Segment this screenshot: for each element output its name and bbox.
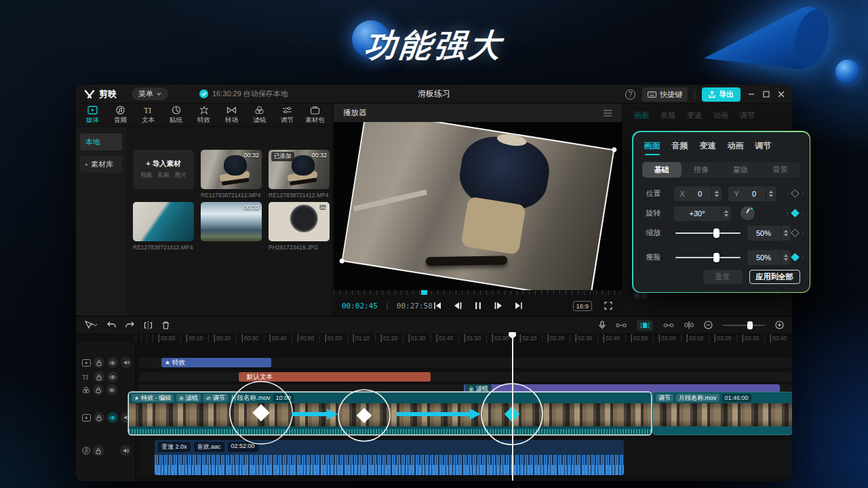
position-y-input[interactable]: Y 0 xyxy=(728,186,776,201)
shortcuts-button[interactable]: 快捷键 xyxy=(642,87,688,102)
aspect-ratio-button[interactable]: 16:9 xyxy=(573,301,593,311)
text-clip[interactable]: 默认文本 xyxy=(239,372,431,382)
apply-all-button[interactable]: 应用到全部 xyxy=(749,270,800,284)
tab-picture[interactable]: 画面 xyxy=(644,140,660,152)
menu-button[interactable]: 菜单 xyxy=(132,87,168,100)
stepper[interactable] xyxy=(711,186,722,201)
media-thumbnail[interactable]: 00:32 xyxy=(201,202,262,241)
lock-button[interactable] xyxy=(93,384,104,395)
minimize-button[interactable] xyxy=(747,90,755,98)
tab-speed[interactable]: 变速 xyxy=(700,140,716,152)
filter-badge[interactable]: 滤镜 xyxy=(176,394,201,402)
keyframe-next-icon[interactable]: › xyxy=(802,190,804,197)
keyframe-next-icon[interactable]: › xyxy=(802,209,804,217)
keyframe-toggle[interactable] xyxy=(791,253,800,262)
keyframe-prev-icon[interactable]: ‹ xyxy=(787,190,789,197)
close-button[interactable] xyxy=(777,90,785,98)
tab-adjust[interactable]: 调节 xyxy=(273,106,301,125)
audio-clip[interactable]: 变速 2.0x 音效.aac 02:52:00 xyxy=(155,440,624,475)
mute-button[interactable] xyxy=(121,357,132,368)
maximize-button[interactable] xyxy=(762,90,770,98)
keyframe-prev-icon[interactable]: ‹ xyxy=(787,209,789,217)
tab-filters[interactable]: 滤镜 xyxy=(245,106,273,125)
keyframe-toggle[interactable] xyxy=(791,209,800,218)
subtab-cutout[interactable]: 抠像 xyxy=(682,165,721,175)
player-menu-icon[interactable] xyxy=(603,110,612,117)
export-button[interactable]: 导出 xyxy=(702,87,741,102)
subtab-background[interactable]: 背景 xyxy=(760,165,800,175)
tab-adjust[interactable]: 调节 xyxy=(740,110,755,121)
visibility-button-active[interactable] xyxy=(107,412,118,423)
adjust-badge[interactable]: 调节 xyxy=(203,394,228,402)
lock-button[interactable] xyxy=(94,371,104,382)
tab-media[interactable]: 媒体 xyxy=(79,106,106,125)
slim-face-slider[interactable] xyxy=(675,257,741,258)
keyframe-prev-icon[interactable]: ‹ xyxy=(787,253,789,261)
skip-end-button[interactable] xyxy=(515,302,523,310)
tab-audio[interactable]: 音频 xyxy=(106,106,134,125)
keyframe-next-icon[interactable]: › xyxy=(802,229,804,237)
lock-button[interactable] xyxy=(94,412,104,423)
pause-button[interactable] xyxy=(475,302,481,310)
tab-animation[interactable]: 动画 xyxy=(728,140,744,152)
effect-badge[interactable]: 特效 - 编辑 xyxy=(132,394,174,402)
tab-transitions[interactable]: 转场 xyxy=(218,106,245,125)
scale-slider[interactable] xyxy=(675,232,741,234)
keyframe-prev-icon[interactable]: ‹ xyxy=(787,229,789,237)
select-tool-button[interactable] xyxy=(84,321,98,329)
effect-clip[interactable]: 特效 xyxy=(161,358,271,367)
video-clip-main[interactable]: 特效 - 编辑 滤镜 调节 片段名称.mov 10:00 xyxy=(129,392,651,434)
help-icon[interactable]: ? xyxy=(625,89,635,100)
tab-speed[interactable]: 变速 xyxy=(687,110,702,121)
position-x-input[interactable]: X 0 xyxy=(674,186,722,201)
keyframe-toggle[interactable] xyxy=(791,189,800,198)
tab-sticker[interactable]: 贴纸 xyxy=(162,106,190,125)
record-voiceover-button[interactable] xyxy=(599,321,606,329)
stepper[interactable] xyxy=(766,186,776,201)
redo-button[interactable] xyxy=(125,321,134,329)
skip-start-button[interactable] xyxy=(433,302,441,310)
media-thumbnail[interactable] xyxy=(269,202,330,241)
fullscreen-button[interactable] xyxy=(604,302,612,310)
player-seek-cursor[interactable] xyxy=(421,290,427,295)
keyframe-toggle[interactable] xyxy=(791,228,800,237)
selection-handle[interactable] xyxy=(611,147,616,152)
visibility-button[interactable] xyxy=(107,357,118,368)
delete-button[interactable] xyxy=(162,321,170,329)
tab-picture[interactable]: 画面 xyxy=(634,110,649,121)
tab-animation[interactable]: 动画 xyxy=(713,110,728,121)
stepper[interactable] xyxy=(721,206,731,221)
timeline-zoom-slider[interactable] xyxy=(723,325,765,326)
auto-snap-button[interactable] xyxy=(637,320,653,331)
visibility-button[interactable] xyxy=(107,371,118,382)
import-button[interactable]: + 导入素材 视频、音频、图片 xyxy=(133,150,194,189)
nav-local[interactable]: 本地 xyxy=(80,134,122,150)
link-preview-button[interactable] xyxy=(663,322,674,329)
zoom-out-button[interactable] xyxy=(704,321,713,329)
app-logo[interactable]: 剪映 xyxy=(84,88,117,100)
tab-material-pack[interactable]: 素材包 xyxy=(301,106,329,125)
tab-effects[interactable]: 特效 xyxy=(190,106,218,125)
lock-button[interactable] xyxy=(93,445,104,456)
mute-button[interactable] xyxy=(120,445,131,456)
reset-button[interactable]: 重置 xyxy=(703,270,743,284)
tab-text[interactable]: TI 文本 xyxy=(134,106,162,125)
rotation-input[interactable]: +30° xyxy=(674,206,731,221)
media-thumbnail[interactable]: 已添加 00:32 xyxy=(269,150,330,189)
subtab-basic[interactable]: 基础 xyxy=(642,162,682,178)
prev-frame-button[interactable] xyxy=(454,302,462,310)
lock-button[interactable] xyxy=(94,357,104,368)
player-canvas[interactable] xyxy=(334,122,622,290)
video-frame-selected[interactable] xyxy=(341,122,614,290)
player-seek-ruler[interactable] xyxy=(334,291,622,295)
media-thumbnail[interactable]: 00:32 xyxy=(201,150,262,189)
media-thumbnail[interactable] xyxy=(133,202,194,241)
subtab-mask[interactable]: 蒙版 xyxy=(721,165,760,175)
keyframe-next-icon[interactable]: › xyxy=(802,253,804,261)
tab-audio[interactable]: 音频 xyxy=(660,110,675,121)
preview-axis-button[interactable] xyxy=(684,321,694,329)
playhead[interactable] xyxy=(512,333,513,481)
tab-adjust[interactable]: 调节 xyxy=(755,140,772,152)
visibility-button[interactable] xyxy=(106,384,117,395)
scale-input[interactable]: 50% xyxy=(747,226,791,241)
